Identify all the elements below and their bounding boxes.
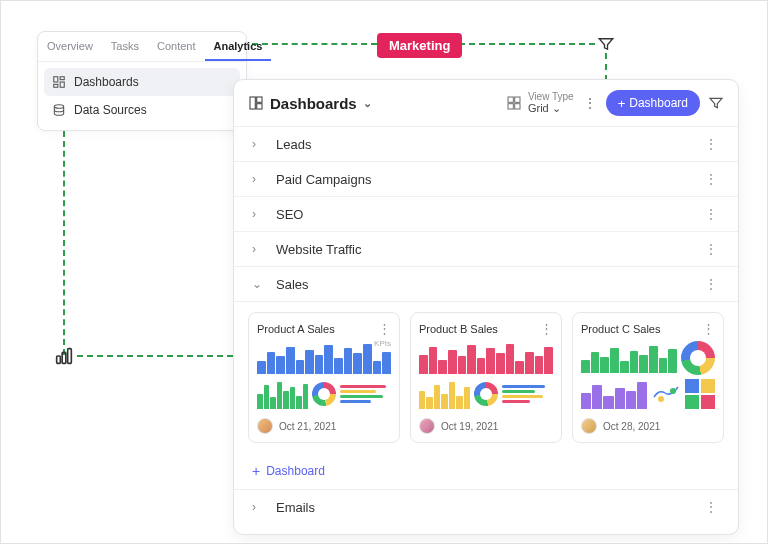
donut-chart-icon (312, 382, 336, 406)
row-menu[interactable]: ⋮ (704, 206, 718, 222)
card-menu[interactable]: ⋮ (702, 321, 715, 336)
chart-preview (419, 342, 553, 412)
svg-rect-8 (250, 97, 255, 109)
row-leads[interactable]: ›Leads⋮ (234, 126, 738, 161)
chevron-down-icon: ⌄ (363, 97, 372, 110)
tab-tasks[interactable]: Tasks (102, 32, 148, 61)
panel-header: Dashboards ⌄ View Type Grid ⌄ ⋮ + Dashbo… (234, 80, 738, 126)
chart-preview (257, 342, 391, 412)
avatar (581, 418, 597, 434)
tab-row: Overview Tasks Content Analytics (38, 32, 246, 62)
svg-rect-6 (54, 84, 58, 87)
tab-analytics[interactable]: Analytics (205, 32, 272, 61)
filter-icon[interactable] (708, 95, 724, 111)
row-emails[interactable]: ›Emails⋮ (234, 489, 738, 524)
cards-row: Product A Sales⋮ KPIs Oct 21, 2021 Produ… (234, 301, 738, 453)
panel-menu[interactable]: ⋮ (582, 95, 598, 111)
connector-line (449, 43, 595, 45)
add-dashboard-link[interactable]: + Dashboard (234, 453, 738, 489)
dashboard-icon (248, 95, 264, 111)
svg-rect-12 (515, 97, 520, 102)
svg-rect-3 (54, 77, 58, 82)
svg-rect-14 (515, 104, 520, 109)
dashboard-icon (52, 75, 66, 89)
funnel-icon (597, 35, 615, 53)
row-menu[interactable]: ⋮ (704, 276, 718, 292)
chevron-down-icon: ⌄ (252, 277, 268, 291)
svg-point-7 (54, 105, 63, 109)
grid-chart-icon (685, 379, 715, 409)
chart-preview (581, 342, 715, 412)
card-menu[interactable]: ⋮ (378, 321, 391, 336)
row-menu[interactable]: ⋮ (704, 136, 718, 152)
map-icon (651, 379, 681, 409)
chevron-right-icon: › (252, 242, 268, 256)
connector-line (77, 355, 233, 357)
add-dashboard-button[interactable]: + Dashboard (606, 90, 700, 116)
bar-chart-icon (53, 345, 75, 367)
plus-icon: + (618, 97, 626, 110)
rows-container: ›Leads⋮ ›Paid Campaigns⋮ ›SEO⋮ ›Website … (234, 126, 738, 534)
chevron-right-icon: › (252, 500, 268, 514)
sidebar-item-label: Data Sources (74, 103, 147, 117)
svg-rect-11 (508, 97, 513, 102)
svg-rect-13 (508, 104, 513, 109)
card-product-a[interactable]: Product A Sales⋮ KPIs Oct 21, 2021 (248, 312, 400, 443)
kpi-label: KPIs (374, 339, 391, 348)
tab-sub-list: Dashboards Data Sources (38, 62, 246, 130)
avatar (419, 418, 435, 434)
donut-chart-icon (474, 382, 498, 406)
row-menu[interactable]: ⋮ (704, 241, 718, 257)
row-sales[interactable]: ⌄Sales⋮ (234, 266, 738, 301)
svg-point-16 (670, 388, 676, 394)
svg-rect-1 (62, 352, 66, 363)
chevron-right-icon: › (252, 172, 268, 186)
chevron-right-icon: › (252, 207, 268, 221)
card-menu[interactable]: ⋮ (540, 321, 553, 336)
row-paid-campaigns[interactable]: ›Paid Campaigns⋮ (234, 161, 738, 196)
grid-icon (506, 95, 522, 111)
svg-rect-4 (60, 77, 64, 80)
connector-line (63, 131, 65, 355)
row-menu[interactable]: ⋮ (704, 499, 718, 515)
sidebar-item-dashboards[interactable]: Dashboards (44, 68, 240, 96)
chevron-right-icon: › (252, 137, 268, 151)
row-website-traffic[interactable]: ›Website Traffic⋮ (234, 231, 738, 266)
chevron-down-icon: ⌄ (552, 102, 561, 114)
avatar (257, 418, 273, 434)
view-type-selector[interactable]: View Type Grid ⌄ (506, 91, 574, 115)
database-icon (52, 103, 66, 117)
row-seo[interactable]: ›SEO⋮ (234, 196, 738, 231)
tabs-panel: Overview Tasks Content Analytics Dashboa… (37, 31, 247, 131)
svg-point-15 (658, 396, 664, 402)
plus-icon: + (252, 463, 260, 479)
row-menu[interactable]: ⋮ (704, 171, 718, 187)
sidebar-item-datasources[interactable]: Data Sources (44, 96, 240, 124)
connector-line (605, 53, 607, 81)
tab-content[interactable]: Content (148, 32, 205, 61)
tab-overview[interactable]: Overview (38, 32, 102, 61)
svg-rect-9 (257, 97, 262, 102)
dashboards-panel: Dashboards ⌄ View Type Grid ⌄ ⋮ + Dashbo… (233, 79, 739, 535)
card-product-b[interactable]: Product B Sales⋮ Oct 19, 2021 (410, 312, 562, 443)
sidebar-item-label: Dashboards (74, 75, 139, 89)
svg-rect-5 (60, 82, 64, 87)
card-product-c[interactable]: Product C Sales⋮ Oct 28, 2021 (572, 312, 724, 443)
svg-rect-10 (257, 104, 262, 109)
svg-rect-0 (57, 356, 61, 363)
donut-chart-icon (681, 341, 715, 375)
tag-marketing: Marketing (377, 33, 462, 58)
svg-rect-2 (68, 349, 72, 364)
panel-title[interactable]: Dashboards ⌄ (248, 95, 498, 112)
